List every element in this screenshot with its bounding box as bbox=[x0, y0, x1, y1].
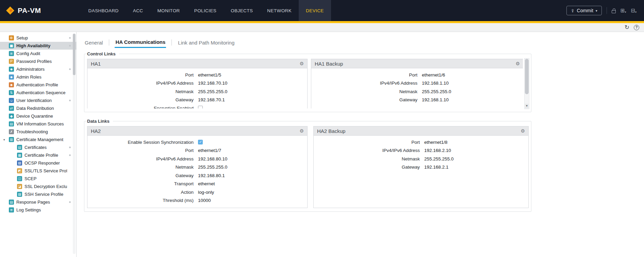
sidebar-item-label: Certificate Profile bbox=[24, 153, 67, 158]
nav-item[interactable]: MONITOR bbox=[150, 0, 187, 21]
group-scrollbar[interactable]: ▼ bbox=[524, 58, 529, 109]
certificate-profile-icon: ▦ bbox=[17, 153, 22, 158]
refresh-icon[interactable]: ↻ bbox=[625, 24, 629, 30]
sidebar-item[interactable]: ▾ ▤ Response Pages bbox=[0, 198, 76, 206]
nav-item[interactable]: OBJECTS bbox=[224, 0, 260, 21]
field-row: Port ethernet1/8 bbox=[314, 138, 528, 147]
nav-item[interactable]: POLICIES bbox=[187, 0, 224, 21]
sidebar-item[interactable]: ▾ ≣ Log Settings bbox=[0, 206, 76, 214]
ssl-decryption-exclusion-icon: ◪ bbox=[17, 184, 22, 189]
commit-icon: ⇪ bbox=[571, 8, 575, 13]
response-pages-icon: ▤ bbox=[9, 200, 14, 205]
gear-icon[interactable]: ⚙ bbox=[299, 128, 304, 134]
sidebar-item[interactable]: ▾ ⇅ Authentication Sequence bbox=[0, 89, 76, 97]
sidebar-item[interactable]: ▾ ▨ SSH Service Profile bbox=[0, 190, 76, 198]
tab-ha-communications[interactable]: HA Communications bbox=[115, 37, 166, 48]
field-label: Enable Session Synchronization bbox=[87, 140, 194, 145]
vm-information-sources-icon: ▤ bbox=[9, 121, 14, 126]
authentication-sequence-icon: ⇅ bbox=[9, 90, 14, 95]
sidebar-item-label: Password Profiles bbox=[16, 59, 67, 64]
field-checkbox[interactable] bbox=[198, 140, 203, 144]
tab-link-path-monitoring[interactable]: Link and Path Monitoring bbox=[177, 38, 235, 48]
ssl-tls-service-profile-icon: ◩ bbox=[17, 168, 22, 173]
chevron-down-icon[interactable]: ▾ bbox=[3, 138, 9, 141]
field-label: IPv4/IPv6 Address bbox=[314, 148, 420, 153]
log-settings-icon: ≣ bbox=[9, 207, 14, 212]
sidebar-item-label: Response Pages bbox=[16, 200, 67, 205]
nav-item[interactable]: NETWORK bbox=[260, 0, 299, 21]
sidebar-item-label: Log Settings bbox=[16, 207, 67, 212]
brand[interactable]: PA-VM bbox=[0, 0, 47, 21]
field-checkbox[interactable] bbox=[198, 106, 203, 108]
field-label: Gateway bbox=[314, 165, 420, 170]
gear-icon[interactable]: ⚙ bbox=[521, 128, 525, 134]
field-label: Threshold (ms) bbox=[87, 198, 194, 203]
ha2-panel: HA2 ⚙ Enable Session Synchronization bbox=[87, 126, 308, 208]
secondary-toolbar: ↻ ? bbox=[0, 23, 644, 32]
field-row: Threshold (ms) 10000 bbox=[87, 196, 307, 205]
sidebar-item[interactable]: ▾ ☻ Authentication Profile bbox=[0, 81, 76, 89]
sidebar-item[interactable]: ▾ ▦ Certificate Profile bbox=[0, 151, 76, 159]
data-links-viewport: HA2 ⚙ Enable Session Synchronization bbox=[87, 126, 528, 208]
field-value: log-only bbox=[198, 190, 214, 195]
gear-icon[interactable]: ⚙ bbox=[515, 61, 520, 66]
export-config-icon[interactable]: ⊟▾ bbox=[631, 7, 637, 14]
sidebar-item[interactable]: ▾ ◪ SSL Decryption Exclusio bbox=[0, 183, 76, 190]
status-dot bbox=[69, 147, 71, 148]
sidebar-item[interactable]: ▾ ✗ Troubleshooting bbox=[0, 128, 76, 136]
sidebar-item[interactable]: ▾ ▤ VM Information Sources bbox=[0, 120, 76, 128]
main-panel: General HA Communications Link and Path … bbox=[77, 32, 644, 257]
sidebar-item[interactable]: ▾ ▤ Certificates bbox=[0, 143, 76, 151]
sidebar-item[interactable]: ▾ ⚙ Setup bbox=[0, 34, 76, 42]
troubleshooting-icon: ✗ bbox=[9, 129, 14, 134]
panel-title: HA2 Backup bbox=[317, 128, 345, 134]
control-links-group: Control Links HA1 ⚙ Port bbox=[84, 54, 531, 112]
field-value: ethernet1/5 bbox=[198, 72, 221, 78]
field-row: IPv4/IPv6 Address 192.168.80.10 bbox=[87, 155, 307, 163]
nav-item[interactable]: DEVICE bbox=[299, 0, 331, 21]
brand-name: PA-VM bbox=[18, 6, 41, 15]
field-label: Port bbox=[311, 72, 417, 78]
nav-item-label: POLICIES bbox=[194, 8, 216, 13]
field-label: IPv4/IPv6 Address bbox=[311, 81, 417, 86]
group-scrollbar-thumb[interactable] bbox=[525, 59, 529, 94]
panel-header: HA2 Backup ⚙ bbox=[314, 126, 528, 136]
authentication-profile-icon: ☻ bbox=[9, 82, 14, 87]
field-value: 192.168.70.1 bbox=[198, 97, 225, 102]
sidebar-item[interactable]: ▾ ≣ Config Audit bbox=[0, 50, 76, 57]
user-identification-icon: ☺ bbox=[9, 98, 14, 103]
sidebar-item[interactable]: ▾ ⇄ Data Redistribution bbox=[0, 104, 76, 112]
nav-item[interactable]: DASHBOARD bbox=[81, 0, 126, 21]
commit-button[interactable]: ⇪ Commit ▾ bbox=[566, 6, 602, 15]
nav-item[interactable]: ACC bbox=[126, 0, 150, 21]
sidebar-item[interactable]: ▾ ▣ High Availability bbox=[0, 42, 76, 50]
sidebar-item[interactable]: ▾ ▧ OCSP Responder bbox=[0, 159, 76, 167]
field-row: Port ethernet1/7 bbox=[87, 147, 307, 155]
field-value: 255.255.255.0 bbox=[424, 156, 453, 161]
scroll-down-button[interactable]: ▼ bbox=[525, 104, 529, 108]
control-links-viewport: HA1 ⚙ Port ethernet1/5 bbox=[87, 59, 523, 108]
tab-bar: General HA Communications Link and Path … bbox=[84, 37, 644, 48]
gear-icon[interactable]: ⚙ bbox=[299, 61, 304, 66]
tab-general[interactable]: General bbox=[84, 38, 103, 48]
scep-icon: ◫ bbox=[17, 176, 22, 181]
sidebar-item-label: SSL/TLS Service Profile bbox=[24, 168, 67, 173]
sidebar-item[interactable]: ▾ ☻ Admin Roles bbox=[0, 73, 76, 81]
sidebar-item[interactable]: ▾ ▥ Certificate Management bbox=[0, 136, 76, 143]
chevron-down-icon: ▾ bbox=[635, 11, 637, 14]
sidebar-item[interactable]: ▾ ☺ User Identification bbox=[0, 97, 76, 104]
sidebar-item[interactable]: ▾ ◩ SSL/TLS Service Profile bbox=[0, 167, 76, 175]
help-icon[interactable]: ? bbox=[634, 25, 639, 30]
save-config-icon[interactable]: ⊞▾ bbox=[621, 7, 626, 14]
panel-title: HA2 bbox=[91, 128, 101, 134]
sidebar-item[interactable]: ▾ ☻ Administrators bbox=[0, 65, 76, 73]
field-row: Netmask 255.255.255.0 bbox=[311, 87, 523, 96]
lock-icon[interactable] bbox=[612, 10, 616, 13]
panel-title: HA1 Backup bbox=[315, 61, 343, 67]
sidebar-item[interactable]: ▾ ◫ SCEP bbox=[0, 175, 76, 183]
gear-icon: ⚙ bbox=[9, 35, 14, 40]
sidebar-item[interactable]: ▾ P Password Profiles bbox=[0, 57, 76, 65]
sidebar-item[interactable]: ▾ ◆ Device Quarantine bbox=[0, 112, 76, 120]
sidebar-scrollbar-thumb[interactable] bbox=[73, 34, 76, 75]
sidebar-scrollbar[interactable] bbox=[73, 34, 76, 254]
